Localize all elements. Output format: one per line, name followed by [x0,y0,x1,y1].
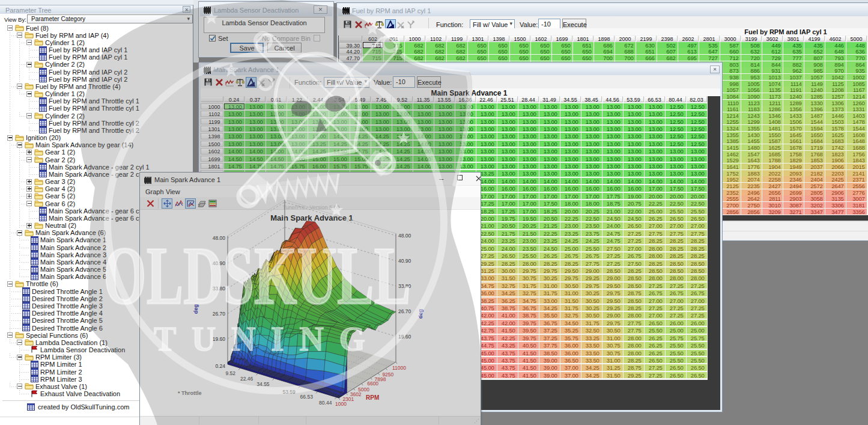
svg-text:OLDSKULL: OLDSKULL [103,230,411,322]
svg-text:TUNING: TUNING [154,320,382,358]
